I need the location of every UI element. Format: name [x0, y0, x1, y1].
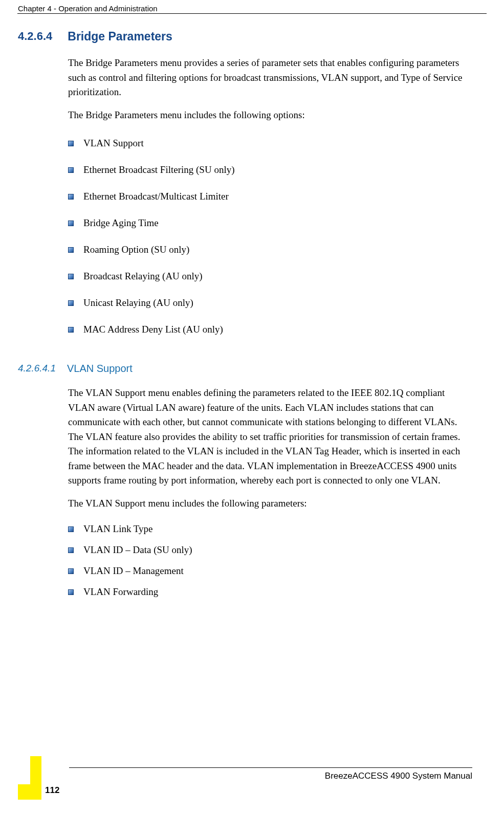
list-item: Bridge Aging Time: [68, 210, 473, 237]
list-item-text: VLAN ID – Data (SU only): [83, 544, 192, 555]
bullet-icon: [68, 327, 74, 333]
bullet-icon: [68, 221, 74, 226]
bullet-icon: [68, 526, 74, 532]
list-item-text: Unicast Relaying (AU only): [83, 297, 193, 308]
list-item: VLAN Link Type: [68, 519, 473, 540]
list-item: MAC Address Deny List (AU only): [68, 317, 473, 343]
list-item-text: Broadcast Relaying (AU only): [83, 271, 203, 281]
list-item-text: Bridge Aging Time: [83, 217, 159, 228]
header-rule: [17, 13, 487, 14]
list-item-text: Ethernet Broadcast/Multicast Limiter: [83, 191, 229, 202]
list-item-text: Ethernet Broadcast Filtering (SU only): [83, 164, 235, 175]
bullet-icon: [68, 300, 74, 306]
bullet-icon: [68, 589, 74, 595]
subsection-heading: 4.2.6.4.1 VLAN Support: [18, 363, 473, 375]
bullet-icon: [68, 167, 74, 173]
list-item-text: VLAN Support: [83, 138, 144, 148]
list-item: Broadcast Relaying (AU only): [68, 263, 473, 290]
list-item: VLAN ID – Data (SU only): [68, 540, 473, 561]
section-title: Bridge Parameters: [68, 30, 172, 43]
list-item-text: MAC Address Deny List (AU only): [83, 324, 223, 335]
page-number: 112: [45, 785, 59, 796]
list-item-text: VLAN Link Type: [83, 523, 153, 534]
bullet-icon: [68, 547, 74, 553]
chapter-title: Chapter 4 - Operation and Administration: [18, 4, 158, 13]
subsection-number: 4.2.6.4.1: [18, 363, 56, 375]
bullet-icon: [68, 194, 74, 200]
list-item: Unicast Relaying (AU only): [68, 290, 473, 317]
yellow-accent: [30, 756, 41, 800]
subsection-title: VLAN Support: [67, 363, 133, 375]
list-item: Ethernet Broadcast/Multicast Limiter: [68, 184, 473, 210]
list-item: VLAN Support: [68, 130, 473, 157]
subsection-lead: The VLAN Support menu includes the follo…: [68, 496, 473, 511]
list-item-text: Roaming Option (SU only): [83, 244, 189, 255]
bullet-icon: [68, 274, 74, 279]
section-number: 4.2.6.4: [18, 30, 52, 43]
list-item: Roaming Option (SU only): [68, 237, 473, 263]
options-list: VLAN Support Ethernet Broadcast Filterin…: [68, 130, 473, 343]
list-item: VLAN Forwarding: [68, 582, 473, 603]
yellow-accent: [18, 784, 31, 800]
list-item: VLAN ID – Management: [68, 561, 473, 582]
parameters-list: VLAN Link Type VLAN ID – Data (SU only) …: [68, 519, 473, 603]
footer-rule: [69, 767, 472, 768]
list-item-text: VLAN ID – Management: [83, 565, 184, 576]
section-intro: The Bridge Parameters menu provides a se…: [68, 56, 473, 100]
page-content: 4.2.6.4 Bridge Parameters The Bridge Par…: [18, 30, 473, 603]
subsection-intro: The VLAN Support menu enables defining t…: [68, 386, 473, 488]
manual-title: BreezeACCESS 4900 System Manual: [325, 771, 472, 781]
list-item-text: VLAN Forwarding: [83, 586, 158, 597]
bullet-icon: [68, 141, 74, 146]
section-heading: 4.2.6.4 Bridge Parameters: [18, 30, 473, 43]
section-lead: The Bridge Parameters menu includes the …: [68, 108, 473, 123]
bullet-icon: [68, 247, 74, 253]
list-item: Ethernet Broadcast Filtering (SU only): [68, 157, 473, 184]
bullet-icon: [68, 568, 74, 574]
